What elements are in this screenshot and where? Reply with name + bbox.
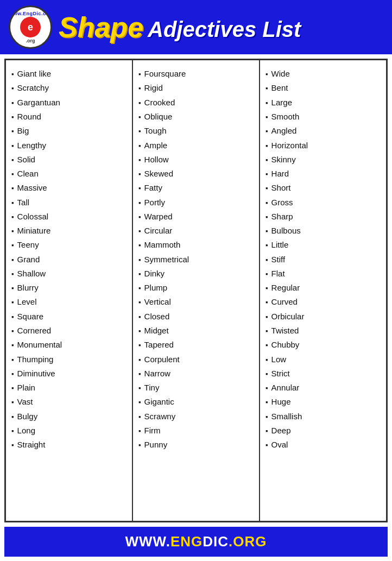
- list-item: Circular: [138, 224, 254, 238]
- list-item: Bulbous: [265, 224, 381, 238]
- list-item: Rigid: [138, 81, 254, 95]
- list-item: Tall: [11, 195, 127, 209]
- list-item: Wide: [265, 67, 381, 81]
- title-rest: Adjectives List: [148, 18, 301, 40]
- list-item: Grand: [11, 252, 127, 266]
- list-item: Punny: [138, 438, 254, 452]
- list-item: Tough: [138, 124, 254, 138]
- footer-text: WWW.ENGDIC.ORG: [125, 533, 267, 550]
- header-title: Shape Adjectives List: [59, 13, 383, 41]
- list-item: Midget: [138, 324, 254, 338]
- list-item: Horizontal: [265, 138, 381, 152]
- list-item: Strict: [265, 367, 381, 381]
- list-item: Twisted: [265, 324, 381, 338]
- list-item: Plump: [138, 281, 254, 295]
- list-item: Oblique: [138, 110, 254, 124]
- list-item: Gargantuan: [11, 96, 127, 110]
- list-item: Firm: [138, 424, 254, 438]
- list-item: Smooth: [265, 110, 381, 124]
- column-2: FoursquareRigidCrookedObliqueToughAmpleH…: [133, 60, 260, 521]
- list-item: Sharp: [265, 210, 381, 224]
- logo-url-bottom: .org: [26, 38, 35, 43]
- list-item: Fatty: [138, 181, 254, 195]
- list-item: Regular: [265, 281, 381, 295]
- footer: WWW.ENGDIC.ORG: [4, 527, 388, 557]
- title-shape: Shape: [59, 13, 143, 41]
- list-item: Scratchy: [11, 81, 127, 95]
- list-item: Massive: [11, 181, 127, 195]
- list-item: Skewed: [138, 167, 254, 181]
- list-item: Monumental: [11, 338, 127, 352]
- list-item: Gross: [265, 195, 381, 209]
- list-item: Bent: [265, 81, 381, 95]
- list-item: Portly: [138, 195, 254, 209]
- list-item: Colossal: [11, 210, 127, 224]
- list-item: Ample: [138, 138, 254, 152]
- list-item: Bulgy: [11, 409, 127, 423]
- list-item: Chubby: [265, 338, 381, 352]
- list-item: Deep: [265, 424, 381, 438]
- list-item: Shallow: [11, 267, 127, 281]
- logo: www.EngDic.org e .org: [9, 5, 52, 49]
- list-item: Flat: [265, 267, 381, 281]
- list-item: Square: [11, 310, 127, 324]
- list-item: Vertical: [138, 295, 254, 309]
- list-item: Hollow: [138, 153, 254, 167]
- list-item: Tapered: [138, 338, 254, 352]
- list-item: Narrow: [138, 367, 254, 381]
- column-1: Giant likeScratchyGargantuanRoundBigLeng…: [6, 60, 133, 521]
- list-item: Plain: [11, 381, 127, 395]
- list-item: Lengthy: [11, 138, 127, 152]
- list-item: Short: [265, 181, 381, 195]
- list-item: Cornered: [11, 324, 127, 338]
- content-area: Giant likeScratchyGargantuanRoundBigLeng…: [4, 59, 388, 522]
- list-item: Corpulent: [138, 352, 254, 366]
- list-item: Scrawny: [138, 409, 254, 423]
- list-item: Crooked: [138, 96, 254, 110]
- logo-url-top: www.EngDic.org: [9, 11, 52, 16]
- list-item: Vast: [11, 395, 127, 409]
- list-item: Huge: [265, 395, 381, 409]
- list-item: Large: [265, 96, 381, 110]
- columns: Giant likeScratchyGargantuanRoundBigLeng…: [6, 60, 386, 521]
- list-item: Skinny: [265, 153, 381, 167]
- column-3: WideBentLargeSmoothAngledHorizontalSkinn…: [260, 60, 386, 521]
- list-item: Orbicular: [265, 310, 381, 324]
- list-item: Dinky: [138, 267, 254, 281]
- list-item: Blurry: [11, 281, 127, 295]
- list-item: Closed: [138, 310, 254, 324]
- list-item: Stiff: [265, 252, 381, 266]
- list-item: Giant like: [11, 67, 127, 81]
- list-item: Annular: [265, 381, 381, 395]
- list-item: Round: [11, 110, 127, 124]
- list-item: Mammoth: [138, 238, 254, 252]
- column-3-list: WideBentLargeSmoothAngledHorizontalSkinn…: [265, 67, 381, 452]
- list-item: Clean: [11, 167, 127, 181]
- list-item: Little: [265, 238, 381, 252]
- list-item: Foursquare: [138, 67, 254, 81]
- column-1-list: Giant likeScratchyGargantuanRoundBigLeng…: [11, 67, 127, 452]
- list-item: Smallish: [265, 409, 381, 423]
- list-item: Long: [11, 424, 127, 438]
- footer-engdic: ENG: [170, 533, 203, 550]
- list-item: Angled: [265, 124, 381, 138]
- list-item: Hard: [265, 167, 381, 181]
- list-item: Symmetrical: [138, 252, 254, 266]
- list-item: Warped: [138, 210, 254, 224]
- list-item: Teeny: [11, 238, 127, 252]
- list-item: Thumping: [11, 352, 127, 366]
- list-item: Low: [265, 352, 381, 366]
- list-item: Solid: [11, 153, 127, 167]
- column-2-list: FoursquareRigidCrookedObliqueToughAmpleH…: [138, 67, 254, 452]
- logo-icon: e: [20, 17, 41, 37]
- list-item: Tiny: [138, 381, 254, 395]
- list-item: Miniature: [11, 224, 127, 238]
- list-item: Big: [11, 124, 127, 138]
- header: www.EngDic.org e .org Shape Adjectives L…: [0, 0, 392, 54]
- list-item: Curved: [265, 295, 381, 309]
- list-item: Oval: [265, 438, 381, 452]
- footer-org: .ORG: [229, 533, 267, 550]
- list-item: Gigantic: [138, 395, 254, 409]
- list-item: Diminutive: [11, 367, 127, 381]
- list-item: Level: [11, 295, 127, 309]
